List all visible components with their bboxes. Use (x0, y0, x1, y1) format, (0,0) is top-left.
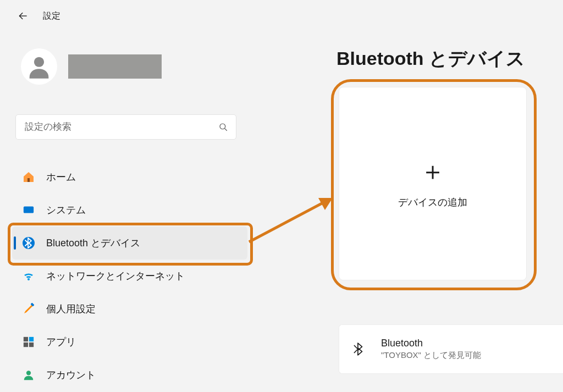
bluetooth-row-title: Bluetooth (381, 338, 481, 349)
svg-marker-14 (318, 198, 333, 210)
apps-icon (22, 335, 35, 349)
back-arrow-icon (18, 10, 29, 21)
header-bar: 設定 (0, 0, 563, 32)
nav-label: ネットワークとインターネット (46, 269, 185, 283)
page-title: Bluetooth とデバイス (336, 46, 525, 71)
svg-line-3 (225, 129, 227, 131)
svg-rect-10 (24, 343, 28, 347)
add-device-label: デバイスの追加 (398, 196, 467, 209)
bluetooth-row-subtitle: "TOYBOX" として発見可能 (381, 350, 481, 361)
svg-line-13 (249, 202, 324, 242)
svg-rect-4 (27, 178, 30, 182)
svg-rect-5 (24, 207, 34, 213)
user-icon (25, 52, 53, 81)
nav-item-network[interactable]: ネットワークとインターネット (12, 260, 247, 292)
back-button[interactable] (13, 6, 33, 26)
svg-rect-8 (24, 337, 28, 341)
home-icon (22, 170, 35, 184)
paintbrush-icon (22, 302, 35, 316)
svg-rect-11 (29, 343, 34, 347)
nav-item-home[interactable]: ホーム (12, 161, 247, 194)
annotation-arrow-icon (245, 176, 338, 253)
search-icon (218, 122, 228, 132)
nav-item-system[interactable]: システム (12, 194, 247, 227)
wifi-icon (22, 269, 35, 283)
svg-point-12 (26, 371, 31, 375)
avatar[interactable] (21, 48, 57, 85)
profile-name-redacted (68, 54, 162, 79)
app-title: 設定 (43, 10, 60, 22)
sidebar-nav: ホーム システム Bluetooth とデバイス ネットワークとインターネット (12, 161, 247, 391)
nav-label: 個人用設定 (46, 302, 96, 316)
nav-label: ホーム (46, 170, 76, 184)
nav-label: システム (46, 203, 86, 217)
search-box[interactable] (15, 114, 236, 140)
plus-icon: ＋ (420, 158, 445, 184)
svg-point-2 (220, 124, 225, 129)
nav-item-personalization[interactable]: 個人用設定 (12, 292, 247, 325)
system-icon (22, 203, 35, 217)
add-device-card[interactable]: ＋ デバイスの追加 (339, 87, 527, 280)
nav-label: アカウント (46, 368, 96, 382)
search-input[interactable] (25, 122, 218, 132)
svg-rect-9 (29, 337, 34, 341)
nav-item-account[interactable]: アカウント (12, 358, 247, 391)
nav-item-bluetooth[interactable]: Bluetooth とデバイス (12, 227, 247, 260)
bluetooth-outline-icon (351, 342, 366, 356)
nav-label: アプリ (46, 335, 76, 349)
profile-block (21, 48, 162, 85)
nav-item-apps[interactable]: アプリ (12, 325, 247, 358)
svg-point-1 (34, 57, 44, 67)
nav-label: Bluetooth とデバイス (46, 236, 140, 250)
bluetooth-icon (22, 236, 35, 250)
account-icon (22, 368, 35, 382)
bluetooth-status-row[interactable]: Bluetooth "TOYBOX" として発見可能 (339, 324, 563, 374)
